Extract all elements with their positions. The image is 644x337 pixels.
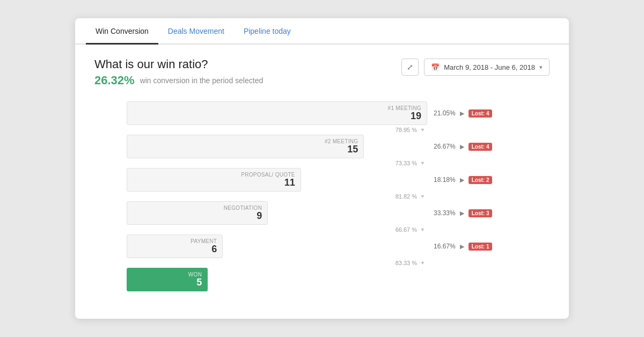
page-title: What is our win ratio? xyxy=(94,57,263,71)
date-range-label: March 9, 2018 - June 6, 2018 xyxy=(444,63,535,71)
bar-payment[interactable]: PAYMENT6 xyxy=(127,235,223,258)
bar-container-payment: PAYMENT6 xyxy=(127,235,427,258)
transition-pct-payment: 83.33 % xyxy=(396,260,417,266)
bar-label-negotiation: NEGOTIATION9 xyxy=(224,205,262,222)
chevron-down-icon: ▾ xyxy=(539,64,543,71)
stage-count-proposal: 11 xyxy=(241,178,295,188)
expand-icon: ⤢ xyxy=(407,63,413,71)
bar-proposal[interactable]: PROPOSAL/ QUOTE11 xyxy=(127,168,301,192)
transition-pct-meeting2: 73.33 % xyxy=(396,160,417,166)
funnel-area: #1 MEETING1921.05%▶Lost: 478.95 %▼#2 MEE… xyxy=(94,101,550,291)
arrow-right-icon-proposal: ▶ xyxy=(460,177,464,184)
stage-count-meeting1: 19 xyxy=(388,111,421,122)
arrow-right-icon-meeting1: ▶ xyxy=(460,110,464,117)
transition-row-payment: 83.33 %▼ xyxy=(127,258,427,268)
funnel-row-won: WON5 xyxy=(127,268,550,291)
content-area: What is our win ratio? 26.32% win conver… xyxy=(75,45,569,304)
stage-count-negotiation: 9 xyxy=(224,211,262,222)
right-stats-payment: 16.67%▶Lost: 1 xyxy=(434,243,503,251)
arrow-right-icon-payment: ▶ xyxy=(460,243,464,250)
bar-container-meeting2: #2 MEETING15 xyxy=(127,135,427,158)
arrow-down-icon-proposal: ▼ xyxy=(420,194,425,199)
bar-label-proposal: PROPOSAL/ QUOTE11 xyxy=(241,172,295,188)
bar-meeting2[interactable]: #2 MEETING15 xyxy=(127,135,364,158)
calendar-icon: 📅 xyxy=(431,63,440,71)
funnel-row-negotiation: NEGOTIATION933.33%▶Lost: 3 xyxy=(127,201,550,225)
arrow-right-icon-meeting2: ▶ xyxy=(460,143,464,150)
conversion-pct-payment: 16.67% xyxy=(434,243,456,250)
transition-row-meeting2: 73.33 %▼ xyxy=(127,158,427,168)
right-stats-negotiation: 33.33%▶Lost: 3 xyxy=(434,209,503,217)
funnel-row-payment: PAYMENT616.67%▶Lost: 1 xyxy=(127,235,550,258)
transition-row-negotiation: 66.67 %▼ xyxy=(127,225,427,235)
transition-row-proposal: 81.82 %▼ xyxy=(127,192,427,201)
bar-container-proposal: PROPOSAL/ QUOTE11 xyxy=(127,168,427,192)
conversion-pct-negotiation: 33.33% xyxy=(434,209,456,217)
conversion-pct-meeting2: 26.67% xyxy=(434,143,456,150)
lost-badge-proposal: Lost: 2 xyxy=(469,176,493,184)
stage-count-won: 5 xyxy=(188,277,202,288)
title-section: What is our win ratio? 26.32% win conver… xyxy=(94,57,263,98)
expand-button[interactable]: ⤢ xyxy=(401,58,419,76)
lost-badge-meeting1: Lost: 4 xyxy=(469,109,493,118)
arrow-down-icon-meeting1: ▼ xyxy=(420,127,425,133)
funnel-row-meeting2: #2 MEETING1526.67%▶Lost: 4 xyxy=(127,135,550,158)
bar-label-payment: PAYMENT6 xyxy=(191,238,217,255)
header-actions: ⤢ 📅 March 9, 2018 - June 6, 2018 ▾ xyxy=(401,58,550,76)
bar-meeting1[interactable]: #1 MEETING19 xyxy=(127,101,427,125)
bar-won[interactable]: WON5 xyxy=(127,268,208,291)
main-card: Win ConversionDeals MovementPipeline tod… xyxy=(75,18,569,319)
right-stats-meeting1: 21.05%▶Lost: 4 xyxy=(434,109,503,118)
arrow-down-icon-payment: ▼ xyxy=(420,260,425,266)
transition-pct-proposal: 81.82 % xyxy=(396,193,417,200)
tab-win-conversion[interactable]: Win Conversion xyxy=(86,18,158,45)
conversion-pct-proposal: 18.18% xyxy=(434,176,456,184)
transition-pct-negotiation: 66.67 % xyxy=(396,226,417,233)
arrow-right-icon-negotiation: ▶ xyxy=(460,210,464,217)
win-ratio-row: 26.32% win conversion in the period sele… xyxy=(94,74,263,87)
transition-pct-meeting1: 78.95 % xyxy=(396,127,417,133)
transition-row-meeting1: 78.95 %▼ xyxy=(127,125,427,135)
right-stats-proposal: 18.18%▶Lost: 2 xyxy=(434,176,503,184)
bar-container-meeting1: #1 MEETING19 xyxy=(127,101,427,125)
bar-container-negotiation: NEGOTIATION9 xyxy=(127,201,427,225)
bar-label-meeting1: #1 MEETING19 xyxy=(388,105,421,122)
bar-label-meeting2: #2 MEETING15 xyxy=(325,138,358,155)
bar-negotiation[interactable]: NEGOTIATION9 xyxy=(127,201,268,225)
right-stats-meeting2: 26.67%▶Lost: 4 xyxy=(434,143,503,151)
tabs-bar: Win ConversionDeals MovementPipeline tod… xyxy=(75,18,569,45)
lost-badge-meeting2: Lost: 4 xyxy=(469,143,493,151)
tab-deals-movement[interactable]: Deals Movement xyxy=(158,18,234,45)
arrow-down-icon-negotiation: ▼ xyxy=(420,227,425,232)
tab-pipeline-today[interactable]: Pipeline today xyxy=(234,18,301,45)
bar-container-won: WON5 xyxy=(127,268,427,291)
funnel-row-proposal: PROPOSAL/ QUOTE1118.18%▶Lost: 2 xyxy=(127,168,550,192)
win-label: win conversion in the period selected xyxy=(140,76,264,85)
funnel-row-meeting1: #1 MEETING1921.05%▶Lost: 4 xyxy=(127,101,550,125)
arrow-down-icon-meeting2: ▼ xyxy=(420,160,425,166)
lost-badge-payment: Lost: 1 xyxy=(469,243,493,251)
bar-label-won: WON5 xyxy=(188,272,202,288)
date-range-button[interactable]: 📅 March 9, 2018 - June 6, 2018 ▾ xyxy=(424,58,550,76)
lost-badge-negotiation: Lost: 3 xyxy=(469,209,493,217)
stage-count-payment: 6 xyxy=(191,244,217,255)
conversion-pct-meeting1: 21.05% xyxy=(434,109,456,117)
stage-count-meeting2: 15 xyxy=(325,144,358,155)
win-percentage: 26.32% xyxy=(94,74,135,87)
